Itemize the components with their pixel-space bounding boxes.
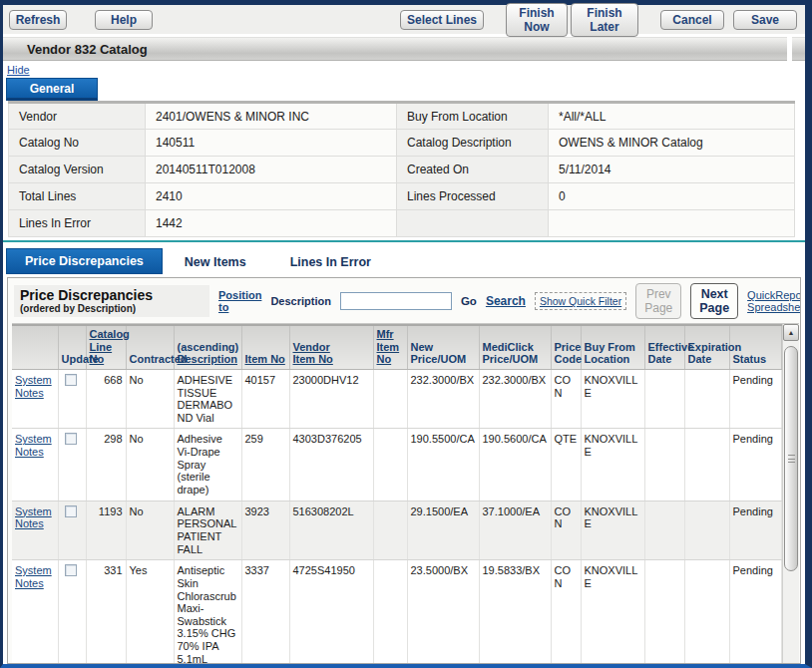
vertical-scrollbar[interactable]: ▲: [782, 324, 799, 663]
cell-vendor-item-no: 4725S41950: [289, 560, 373, 663]
tab-general[interactable]: General: [6, 78, 98, 101]
column-header-item_no[interactable]: Item No: [241, 325, 289, 369]
cell-system-notes: System Notes: [12, 429, 58, 501]
field-value-buy-from-location: *All/*ALL: [549, 103, 795, 130]
cell-vendor-item-no: 23000DHV12: [289, 369, 373, 429]
show-quick-filter-link[interactable]: Show Quick Filter: [535, 292, 626, 310]
grid-title-block: Price Discrepancies (ordered by Descript…: [14, 285, 209, 317]
cell-item-no: 259: [241, 429, 289, 501]
hide-link[interactable]: Hide: [7, 64, 37, 76]
cell-item-no: 40157: [241, 369, 289, 429]
tab-lines-in-error[interactable]: Lines In Error: [268, 250, 393, 274]
cell-status: Pending: [729, 429, 782, 501]
cell-status: Pending: [729, 560, 782, 663]
quick-report-link[interactable]: QuickReport: [747, 289, 801, 301]
cell-buy-from: KNOXVILLE: [581, 501, 644, 560]
cell-system-notes: System Notes: [12, 369, 58, 429]
cell-mediclick-price: 232.3000/BX: [479, 369, 551, 429]
cell-mfr-item-no: [373, 369, 407, 429]
field-value-catalog-no: 140511: [146, 130, 397, 157]
save-button[interactable]: Save: [733, 10, 797, 30]
cell-description: Antiseptic Skin Chlorascrub Maxi-Swabsti…: [174, 560, 241, 663]
field-label-created-on: Created On: [397, 157, 549, 183]
finish-later-button[interactable]: Finish Later: [571, 3, 638, 37]
search-link[interactable]: Search: [486, 294, 526, 308]
field-value-lines-in-error: 1442: [146, 210, 397, 237]
cell-vendor-item-no: 516308202L: [289, 501, 373, 560]
field-label-lines-processed: Lines Processed: [397, 183, 549, 210]
column-header-update: Update: [58, 325, 86, 369]
cell-effective-date: [644, 560, 684, 663]
table-row: System Notes298NoAdhesive Vi-Drape Spray…: [12, 429, 782, 501]
column-header-price_code: PriceCode: [551, 325, 581, 369]
column-header-notes: [12, 325, 58, 369]
refresh-button[interactable]: Refresh: [9, 10, 67, 30]
spreadsheet-link[interactable]: Spreadsheet: [747, 301, 801, 313]
field-value-empty: [549, 210, 795, 237]
cell-mfr-item-no: [373, 501, 407, 560]
cell-effective-date: [644, 369, 684, 429]
cell-system-notes: System Notes: [12, 501, 58, 560]
column-header-line_no[interactable]: CatalogLine No: [86, 325, 126, 369]
column-header-mfr_item_no[interactable]: MfrItem No: [373, 325, 407, 369]
column-header-effective_date: EffectiveDate: [644, 325, 684, 369]
toolbar-right-group: Select Lines Finish Now Finish Later Can…: [400, 3, 797, 37]
go-button[interactable]: Go: [461, 295, 477, 307]
cell-expiration-date: [684, 560, 729, 663]
cell-buy-from: KNOXVILLE: [581, 429, 644, 501]
cell-expiration-date: [684, 429, 729, 501]
system-notes-link[interactable]: System Notes: [15, 374, 52, 399]
cell-update: [58, 501, 86, 560]
cell-line-no: 298: [86, 429, 126, 501]
tab-price-discrepancies[interactable]: Price Discrepancies: [6, 248, 163, 274]
cell-price-code: QTE: [551, 429, 581, 501]
position-to-link[interactable]: Position to: [218, 289, 261, 313]
system-notes-link[interactable]: System Notes: [15, 505, 52, 530]
cell-new-price: 232.3000/BX: [407, 369, 479, 429]
cell-item-no: 3923: [241, 501, 289, 560]
title-row: Vendor 832 Catalog: [3, 37, 805, 61]
cell-description: ADHESIVE TISSUE DERMABOND Vial: [174, 369, 241, 429]
position-to-input[interactable]: [340, 292, 452, 310]
cell-status: Pending: [729, 501, 782, 560]
tab-new-items[interactable]: New Items: [163, 250, 268, 274]
price-discrepancies-panel: Price Discrepancies (ordered by Descript…: [7, 277, 801, 664]
column-header-new_price: NewPrice/UOM: [407, 325, 479, 369]
finish-now-button[interactable]: Finish Now: [506, 3, 568, 37]
next-page-button[interactable]: Next Page: [690, 283, 738, 319]
select-lines-button[interactable]: Select Lines: [400, 10, 484, 30]
cell-update: [58, 429, 86, 501]
cell-line-no: 668: [86, 369, 126, 429]
cell-contracted: No: [126, 429, 174, 501]
update-checkbox[interactable]: [65, 505, 77, 517]
field-value-created-on: 5/11/2014: [549, 157, 795, 183]
update-checkbox[interactable]: [65, 433, 77, 445]
update-checkbox[interactable]: [65, 374, 77, 386]
cancel-button[interactable]: Cancel: [660, 10, 724, 30]
cell-item-no: 3337: [241, 560, 289, 663]
cell-line-no: 1193: [86, 501, 126, 560]
cell-mediclick-price: 19.5833/BX: [479, 560, 551, 663]
cell-vendor-item-no: 4303D376205: [289, 429, 373, 501]
cell-price-code: CON: [551, 501, 581, 560]
cell-expiration-date: [684, 501, 729, 560]
prev-page-button[interactable]: Prev Page: [635, 283, 681, 319]
cell-mfr-item-no: [373, 560, 407, 663]
cell-contracted: No: [126, 501, 174, 560]
help-button[interactable]: Help: [95, 10, 153, 30]
update-checkbox[interactable]: [65, 564, 77, 576]
field-label-catalog-version: Catalog Version: [9, 157, 146, 183]
field-value-vendor: 2401/OWENS & MINOR INC: [146, 103, 397, 130]
general-panel: Vendor 2401/OWENS & MINOR INC Buy From L…: [8, 101, 795, 237]
cell-effective-date: [644, 501, 684, 560]
column-header-description[interactable]: (ascending)Description: [174, 325, 241, 369]
field-label-vendor: Vendor: [9, 103, 146, 130]
column-header-vendor_item_no[interactable]: VendorItem No: [289, 325, 373, 369]
field-label-total-lines: Total Lines: [9, 183, 146, 210]
app-window: Refresh Help Select Lines Finish Now Fin…: [0, 0, 812, 668]
table-row: System Notes1193NoALARM PERSONAL PATIENT…: [12, 501, 782, 560]
scroll-up-button[interactable]: ▲: [783, 324, 799, 341]
system-notes-link[interactable]: System Notes: [15, 433, 52, 458]
system-notes-link[interactable]: System Notes: [15, 564, 52, 589]
scrollbar-thumb[interactable]: [784, 346, 798, 571]
